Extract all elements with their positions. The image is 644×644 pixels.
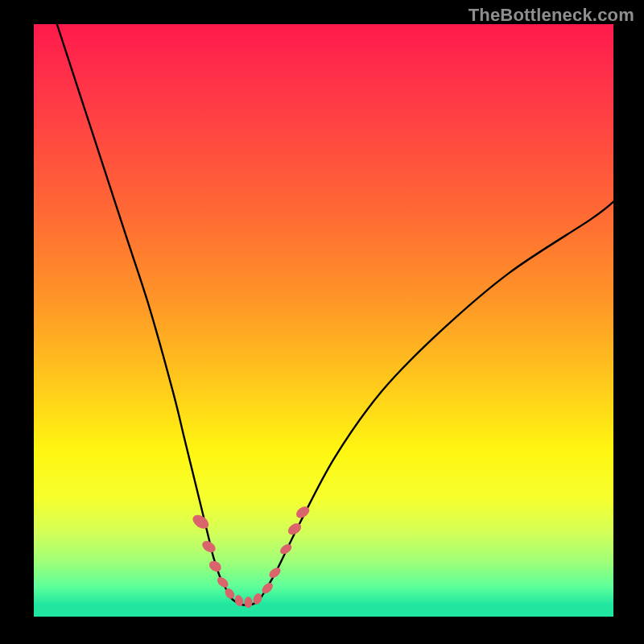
watermark-text: TheBottleneck.com [469,5,634,26]
curve-overlay [34,24,613,617]
curve-marker [279,542,294,555]
plot-area [34,24,613,617]
curve-markers [190,504,312,608]
curve-marker [215,575,230,589]
curve-marker [267,566,283,580]
curve-marker [244,597,252,608]
curve-marker [260,581,275,596]
curve-marker [190,512,211,531]
chart-stage: TheBottleneck.com [0,0,644,644]
bottleneck-curve [57,24,613,605]
